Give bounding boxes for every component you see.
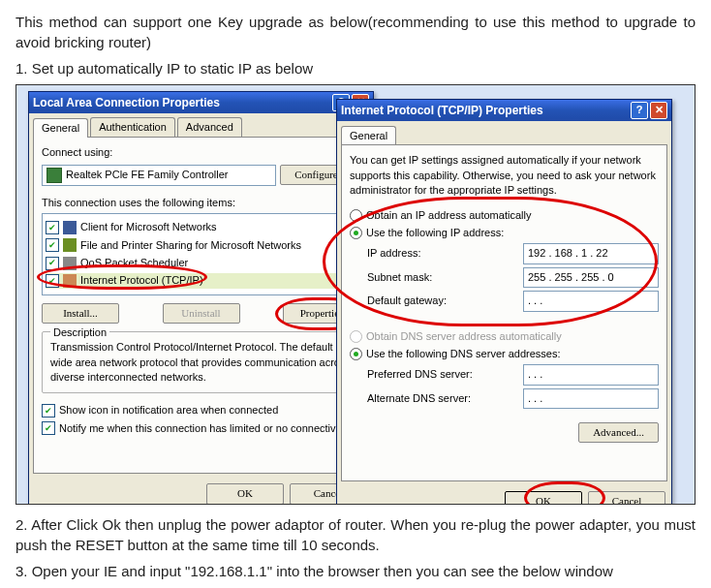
description-text: Transmission Control Protocol/Internet P… <box>50 340 352 385</box>
adapter-name: Realtek PCle FE Family Controller <box>66 168 229 182</box>
list-item[interactable]: ✔ QoS Packet Scheduler <box>46 256 356 270</box>
radio-use-dns-row[interactable]: Use the following DNS server addresses: <box>350 347 659 361</box>
show-icon-checkbox[interactable]: ✔ <box>42 404 55 418</box>
lan-properties-dialog: Local Area Connection Properties ? ✕ Gen… <box>28 91 374 505</box>
ip-address-label: IP address: <box>367 246 483 261</box>
dlg1-titlebar: Local Area Connection Properties ? ✕ <box>29 92 373 113</box>
radio-use-ip-label: Use the following IP address: <box>366 226 504 240</box>
dlg1-title: Local Area Connection Properties <box>33 95 220 111</box>
tab-advanced[interactable]: Advanced <box>177 117 242 137</box>
components-list[interactable]: ✔ Client for Microsoft Networks ✔ File a… <box>42 213 360 295</box>
radio-auto-dns-label: Obtain DNS server address automatically <box>366 329 562 344</box>
install-button[interactable]: Install... <box>42 303 119 324</box>
radio-auto-dns <box>350 330 362 343</box>
dlg2-tabs: General <box>341 125 667 144</box>
show-icon-label: Show icon in notification area when conn… <box>59 403 278 418</box>
tab-authentication[interactable]: Authentication <box>90 117 175 137</box>
uninstall-button: Uninstall <box>163 303 240 324</box>
ok-button[interactable]: OK <box>206 483 284 504</box>
help-button[interactable]: ? <box>631 102 648 119</box>
ok-button[interactable]: OK <box>505 491 582 505</box>
radio-auto-ip-label: Obtain an IP address automatically <box>366 208 531 223</box>
protocol-icon <box>63 274 77 288</box>
radio-use-dns[interactable] <box>350 348 362 360</box>
radio-use-ip-row[interactable]: Use the following IP address: <box>350 226 659 240</box>
connect-using-label: Connect using: <box>42 145 360 160</box>
nic-icon <box>46 168 62 183</box>
radio-use-ip[interactable] <box>350 227 362 239</box>
pref-dns-label: Preferred DNS server: <box>367 367 483 382</box>
qos-icon <box>63 257 77 270</box>
share-icon <box>63 238 77 252</box>
step-1: 1. Set up automatically IP to static IP … <box>15 58 696 78</box>
subnet-mask-label: Subnet mask: <box>367 270 483 285</box>
ip-address-input[interactable]: 192 . 168 . 1 . 22 <box>523 243 659 263</box>
description-group: Description Transmission Control Protoco… <box>42 331 360 393</box>
radio-use-dns-label: Use the following DNS server addresses: <box>366 347 561 361</box>
step-3: 3. Open your IE and input "192.168.1.1" … <box>15 561 696 581</box>
radio-auto-dns-row: Obtain DNS server address automatically <box>350 329 659 344</box>
cancel-button[interactable]: Cancel <box>588 491 665 505</box>
dlg1-tabs: General Authentication Advanced <box>33 117 369 137</box>
list-item[interactable]: ✔ Client for Microsoft Networks <box>46 220 356 234</box>
description-title: Description <box>50 325 109 340</box>
radio-auto-ip-row[interactable]: Obtain an IP address automatically <box>350 208 659 223</box>
adapter-field: Realtek PCle FE Family Controller <box>42 165 276 186</box>
step-2: 2. After Click Ok then unplug the power … <box>15 514 696 555</box>
blurb-text: You can get IP settings assigned automat… <box>350 153 659 198</box>
list-item[interactable]: ✔ File and Printer Sharing for Microsoft… <box>46 238 356 253</box>
checkbox-icon[interactable]: ✔ <box>46 274 59 288</box>
pref-dns-input[interactable]: . . . <box>523 364 659 385</box>
tab-general[interactable]: General <box>33 118 88 138</box>
client-icon <box>63 221 77 234</box>
intro-paragraph: This method can support one Key upgrade … <box>15 12 696 52</box>
notify-label: Notify me when this connection has limit… <box>59 421 347 436</box>
item-label: Client for Microsoft Networks <box>80 220 217 234</box>
radio-auto-ip[interactable] <box>350 209 362 222</box>
item-label: QoS Packet Scheduler <box>80 256 188 270</box>
dlg1-panel: Connect using: Realtek PCle FE Family Co… <box>33 137 369 474</box>
screenshot-figure: Local Area Connection Properties ? ✕ Gen… <box>15 84 696 505</box>
checkbox-icon[interactable]: ✔ <box>46 257 59 270</box>
checkbox-icon[interactable]: ✔ <box>46 238 59 252</box>
dlg2-titlebar: Internet Protocol (TCP/IP) Properties ? … <box>337 100 671 121</box>
advanced-button[interactable]: Advanced... <box>578 422 659 443</box>
item-label: Internet Protocol (TCP/IP) <box>80 273 203 288</box>
checkbox-icon[interactable]: ✔ <box>46 221 59 234</box>
tab-general[interactable]: General <box>341 126 396 145</box>
notify-checkbox[interactable]: ✔ <box>42 421 55 435</box>
dlg2-title: Internet Protocol (TCP/IP) Properties <box>341 103 543 119</box>
subnet-mask-input[interactable]: 255 . 255 . 255 . 0 <box>523 267 659 288</box>
tcpip-properties-dialog: Internet Protocol (TCP/IP) Properties ? … <box>336 99 672 505</box>
gateway-label: Default gateway: <box>367 294 483 308</box>
gateway-input[interactable]: . . . <box>523 291 659 311</box>
alt-dns-input[interactable]: . . . <box>523 388 659 409</box>
list-item-tcpip[interactable]: ✔ Internet Protocol (TCP/IP) <box>46 273 356 288</box>
uses-label: This connection uses the following items… <box>42 196 360 210</box>
item-label: File and Printer Sharing for Microsoft N… <box>80 238 301 253</box>
close-button[interactable]: ✕ <box>650 102 667 119</box>
dlg2-panel: You can get IP settings assigned automat… <box>341 144 667 481</box>
alt-dns-label: Alternate DNS server: <box>367 391 483 406</box>
